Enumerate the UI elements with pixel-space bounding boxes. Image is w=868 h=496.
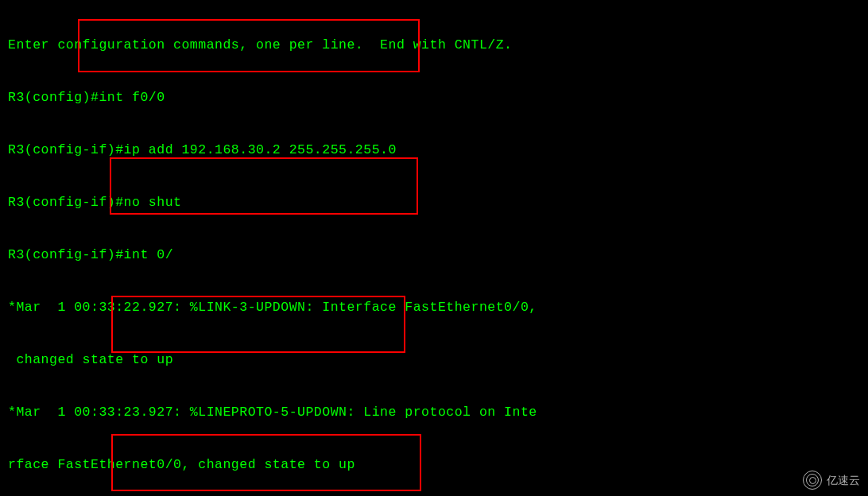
terminal-output: Enter configuration commands, one per li… [0,0,868,496]
terminal-line: rface FastEthernet0/0, changed state to … [8,456,868,474]
terminal-line: *Mar 1 00:33:23.927: %LINEPROTO-5-UPDOWN… [8,404,868,421]
watermark: 亿速云 [798,467,865,493]
terminal-line: changed state to up [8,351,868,369]
terminal-line: R3(config-if)#no shut [8,194,868,211]
terminal-line: *Mar 1 00:33:22.927: %LINK-3-UPDOWN: Int… [8,299,868,316]
watermark-text: 亿速云 [827,471,860,489]
terminal-line: R3(config-if)#ip add 192.168.30.2 255.25… [8,141,868,159]
watermark-logo-icon [803,471,822,490]
terminal-line: R3(config-if)#int 0/ [8,246,868,264]
terminal-line: R3(config)#int f0/0 [8,89,868,107]
terminal-line: Enter configuration commands, one per li… [8,37,868,54]
